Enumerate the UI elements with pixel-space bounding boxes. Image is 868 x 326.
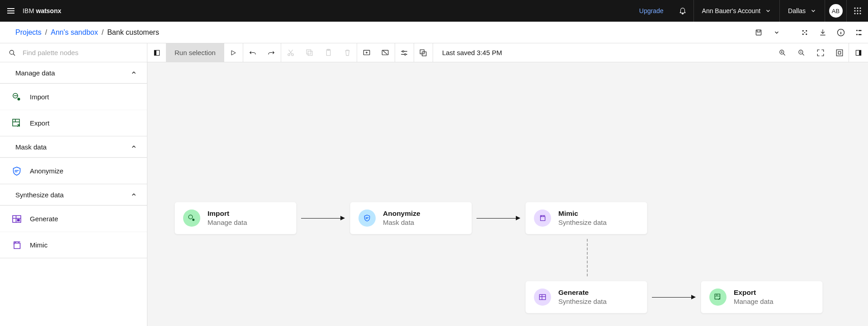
palette-item-label: Generate <box>30 215 58 223</box>
run-selection-button[interactable]: Run selection <box>166 43 224 62</box>
svg-point-0 <box>854 7 855 9</box>
svg-rect-40 <box>859 50 861 55</box>
zoom-out-icon[interactable] <box>792 43 811 62</box>
ai-settings-icon[interactable] <box>796 22 814 43</box>
info-icon[interactable] <box>832 22 850 43</box>
brand-ibm: IBM <box>23 7 34 14</box>
svg-point-16 <box>856 30 858 31</box>
section-synthesize-data[interactable]: Synthesize data <box>0 184 147 205</box>
chevron-up-icon <box>131 144 137 150</box>
svg-point-11 <box>806 30 807 31</box>
account-switcher[interactable]: Ann Bauer's Account <box>693 0 780 22</box>
svg-point-12 <box>802 33 804 35</box>
mimic-icon <box>534 210 551 227</box>
menu-icon[interactable] <box>0 0 22 22</box>
account-name: Ann Bauer's Account <box>702 7 761 14</box>
upgrade-link[interactable]: Upgrade <box>631 0 672 22</box>
region-name: Dallas <box>788 7 806 14</box>
svg-point-3 <box>854 10 855 11</box>
settings-sliders-icon[interactable] <box>395 43 414 62</box>
breadcrumb-project[interactable]: Ann's sandbox <box>51 28 98 37</box>
copy-icon <box>300 43 319 62</box>
palette-sidebar: Manage data Import Export Mask data <box>0 62 147 326</box>
redo-icon[interactable] <box>262 43 281 62</box>
section-manage-data[interactable]: Manage data <box>0 62 147 83</box>
edge-generate-export <box>652 297 695 298</box>
download-icon[interactable] <box>814 22 832 43</box>
edge-mimic-generate <box>587 239 588 276</box>
shield-icon <box>11 165 23 177</box>
node-mimic[interactable]: Mimic Synthesize data <box>525 202 647 234</box>
collapse-palette-icon[interactable] <box>147 43 166 62</box>
svg-rect-25 <box>307 50 311 54</box>
chevron-down-icon <box>810 8 816 14</box>
node-export[interactable]: Export Manage data <box>701 281 823 313</box>
svg-rect-26 <box>308 51 313 56</box>
svg-point-17 <box>856 34 858 35</box>
brand-product: watsonx <box>36 7 61 14</box>
generate-icon <box>534 289 551 306</box>
zoom-in-icon[interactable] <box>773 43 792 62</box>
undo-icon[interactable] <box>243 43 262 62</box>
save-version-icon[interactable] <box>750 22 768 43</box>
palette-item-export[interactable]: Export <box>0 110 147 136</box>
zoom-fit-icon[interactable] <box>811 43 830 62</box>
export-icon <box>709 289 726 306</box>
palette-item-import[interactable]: Import <box>0 84 147 110</box>
save-dropdown-icon[interactable] <box>768 22 786 43</box>
svg-point-42 <box>18 98 20 100</box>
layers-icon[interactable] <box>414 43 433 62</box>
brand-logo[interactable]: IBM watsonx <box>22 7 61 14</box>
delete-icon <box>338 43 357 62</box>
node-import[interactable]: Import Manage data <box>175 202 297 234</box>
svg-rect-45 <box>18 219 20 221</box>
run-icon[interactable] <box>224 43 243 62</box>
palette-item-label: Anonymize <box>30 167 63 175</box>
expand-panel-icon[interactable] <box>849 43 868 62</box>
palette-item-generate[interactable]: Generate <box>0 205 147 232</box>
avatar-initials: AB <box>829 4 843 18</box>
svg-point-13 <box>806 33 807 35</box>
breadcrumb-projects[interactable]: Projects <box>15 28 42 37</box>
svg-rect-49 <box>541 217 545 221</box>
svg-point-14 <box>804 32 805 33</box>
palette-item-label: Export <box>30 119 49 127</box>
app-switcher-icon[interactable] <box>846 0 868 22</box>
palette-item-mimic[interactable]: Mimic <box>0 232 147 258</box>
node-anonymize[interactable]: Anonymize Mask data <box>350 202 472 234</box>
node-subtitle: Manage data <box>208 218 247 227</box>
svg-rect-50 <box>539 294 546 299</box>
palette-item-anonymize[interactable]: Anonymize <box>0 158 147 184</box>
section-mask-data[interactable]: Mask data <box>0 136 147 157</box>
svg-rect-51 <box>715 294 720 299</box>
node-generate[interactable]: Generate Synthesize data <box>525 281 647 313</box>
breadcrumb: Projects / Ann's sandbox / Bank customer… <box>0 22 868 43</box>
search-icon <box>8 49 16 57</box>
svg-point-23 <box>288 53 290 56</box>
node-title: Export <box>734 288 774 297</box>
shield-icon <box>359 210 376 227</box>
panel-toggle-icon[interactable] <box>850 22 868 43</box>
breadcrumb-current: Bank customers <box>107 28 159 37</box>
node-subtitle: Mask data <box>383 218 420 227</box>
node-subtitle: Synthesize data <box>558 297 607 306</box>
comment-add-icon[interactable] <box>357 43 376 62</box>
svg-rect-18 <box>859 30 862 31</box>
search-input[interactable] <box>23 49 147 56</box>
comment-hide-icon[interactable] <box>376 43 395 62</box>
svg-point-32 <box>405 53 406 55</box>
region-switcher[interactable]: Dallas <box>779 0 825 22</box>
svg-point-1 <box>857 7 858 9</box>
svg-point-4 <box>857 10 858 11</box>
svg-point-6 <box>854 13 855 14</box>
editor-toolbar: Run selection Last saved 3:45 PM <box>0 43 868 62</box>
svg-point-2 <box>859 7 861 9</box>
import-icon <box>11 91 23 103</box>
flow-canvas[interactable]: Import Manage data Anonymize Mask data M… <box>147 62 868 326</box>
avatar[interactable]: AB <box>825 0 846 22</box>
notifications-icon[interactable] <box>672 0 693 22</box>
svg-point-8 <box>859 13 861 14</box>
zoom-100-icon[interactable] <box>830 43 849 62</box>
cut-icon <box>281 43 300 62</box>
chevron-up-icon <box>131 70 137 76</box>
